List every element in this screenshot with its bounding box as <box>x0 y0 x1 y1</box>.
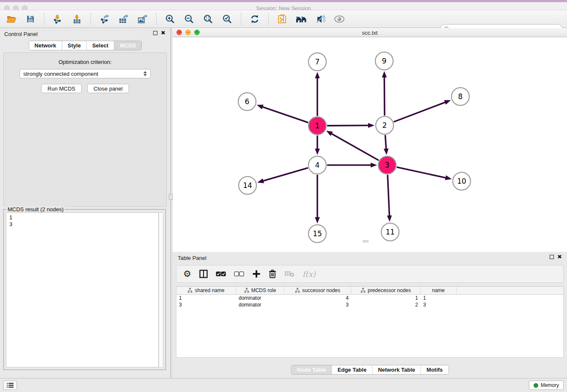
fit-content-button[interactable] <box>202 13 215 25</box>
graph-edge-1-6[interactable] <box>261 107 308 123</box>
tab-mcds[interactable]: MCDS <box>114 41 141 50</box>
cell-mcds-role[interactable]: dominator <box>236 301 284 308</box>
split-pane-icon[interactable] <box>199 270 208 278</box>
clone-network-icon <box>278 14 287 24</box>
cell-mcds-role[interactable]: dominator <box>236 295 284 301</box>
graph-node-label: 6 <box>245 97 250 106</box>
graph-edge-arrow <box>326 131 333 136</box>
result-scrollbar[interactable] <box>159 213 163 367</box>
clone-network-button[interactable] <box>276 13 289 25</box>
result-line[interactable]: 3 <box>9 221 155 228</box>
import-network-icon <box>53 14 63 24</box>
graph-edge-arrow <box>257 105 264 109</box>
select-stepper-icon <box>143 71 147 76</box>
export-table-button[interactable] <box>117 13 130 25</box>
column-header-name[interactable]: name <box>421 287 457 294</box>
zoom-out-button[interactable] <box>183 13 195 25</box>
close-panel-button[interactable]: Close panel <box>87 84 129 93</box>
cell-shared-name[interactable]: 1 <box>176 295 236 301</box>
hide-graphics-details-button[interactable] <box>314 13 327 25</box>
graph-node-label: 15 <box>313 229 322 238</box>
export-image-icon <box>138 14 148 24</box>
network-graph-canvas[interactable]: 7968124314101511 <box>173 37 567 252</box>
network-view-window: × − + scc.txt 7968124314101511 <box>173 28 567 252</box>
save-session-button[interactable] <box>24 13 37 25</box>
memory-label: Memory <box>541 382 559 388</box>
cell-name[interactable]: 3 <box>421 301 457 308</box>
table-panel-title: Table Panel <box>178 255 206 261</box>
tab-network-table[interactable]: Network Table <box>372 365 421 374</box>
graph-edge-arrow <box>368 123 374 128</box>
graph-edge-arrow <box>384 149 389 155</box>
node-table: shared name MCDS role successor nodes <box>176 286 564 358</box>
unselect-all-columns-icon[interactable] <box>234 271 244 277</box>
graph-node-label: 11 <box>385 228 395 236</box>
column-header-mcds-role[interactable]: MCDS role <box>236 287 284 294</box>
control-panel-title: Control Panel <box>4 31 38 37</box>
run-mcds-button[interactable]: Run MCDS <box>41 84 82 93</box>
hide-graphics-details-icon <box>315 14 325 24</box>
mcds-result-box: MCDS result (2 nodes) 1 3 <box>3 209 166 370</box>
toolbar-separator <box>91 13 91 25</box>
mcds-result-list[interactable]: 1 3 <box>6 213 159 367</box>
graph-edge-arrow <box>445 175 452 180</box>
table-row[interactable]: 1 dominator 4 1 1 <box>176 295 563 301</box>
zoom-in-button[interactable] <box>164 13 176 25</box>
cell-successor-nodes[interactable]: 4 <box>284 295 351 301</box>
column-header-successor-nodes[interactable]: successor nodes <box>284 287 351 294</box>
cell-predecessor-nodes[interactable]: 1 <box>351 295 421 301</box>
graph-node-label: 4 <box>315 161 320 169</box>
cell-name[interactable]: 1 <box>421 295 457 301</box>
graph-edge-2-8[interactable] <box>394 102 446 122</box>
tab-motifs[interactable]: Motifs <box>421 365 448 374</box>
column-header-shared-name[interactable]: shared name <box>176 287 236 294</box>
criterion-value: strongly connected component <box>23 71 141 77</box>
float-panel-icon[interactable] <box>153 31 157 35</box>
close-panel-icon[interactable]: ✖ <box>161 30 165 36</box>
table-panel: Table Panel ✖ ⚙ <box>173 252 567 378</box>
tab-select[interactable]: Select <box>87 41 114 50</box>
import-table-button[interactable] <box>71 13 83 25</box>
select-all-columns-icon[interactable] <box>216 271 226 277</box>
export-network-button[interactable] <box>98 13 111 25</box>
cell-predecessor-nodes[interactable]: 2 <box>351 301 421 308</box>
tab-network[interactable]: Network <box>29 41 62 50</box>
column-type-icon <box>295 288 300 293</box>
add-icon[interactable] <box>252 270 261 278</box>
graph-edge-2-9[interactable] <box>384 76 385 116</box>
float-panel-icon[interactable] <box>550 255 554 259</box>
graph-edge-2-3[interactable] <box>385 135 386 150</box>
close-panel-icon[interactable]: ✖ <box>557 254 562 259</box>
network-hierarchy-button[interactable] <box>295 13 308 25</box>
column-header-predecessor-nodes[interactable]: predecessor nodes <box>351 287 421 294</box>
graph-edge-4-14[interactable] <box>262 168 308 181</box>
panel-splitter-handle[interactable] <box>169 194 173 200</box>
graph-edge-arrow <box>257 179 264 183</box>
graph-edge-3-10[interactable] <box>396 167 446 178</box>
apply-layout-button[interactable] <box>248 13 261 25</box>
graph-edge-1-2[interactable] <box>327 125 369 126</box>
export-image-button[interactable] <box>136 13 149 25</box>
task-history-button[interactable] <box>3 381 17 390</box>
criterion-select[interactable]: strongly connected component <box>19 69 151 78</box>
save-session-icon <box>26 15 35 23</box>
network-window-titlebar[interactable]: × − + scc.txt <box>173 28 567 37</box>
open-session-button[interactable] <box>5 13 18 25</box>
cell-successor-nodes[interactable]: 3 <box>284 301 351 308</box>
delete-icon[interactable] <box>269 270 276 279</box>
graph-edge-3-11[interactable] <box>388 175 389 217</box>
canvas-splitter-handle[interactable] <box>363 240 369 243</box>
cell-shared-name[interactable]: 3 <box>176 301 236 308</box>
tab-edge-table[interactable]: Edge Table <box>332 365 372 374</box>
graph-edge-3-1[interactable] <box>330 133 379 160</box>
memory-button[interactable]: Memory <box>529 381 564 390</box>
tab-style[interactable]: Style <box>62 41 87 50</box>
gear-icon[interactable]: ⚙ <box>183 270 191 278</box>
table-row[interactable]: 3 dominator 3 2 3 <box>176 301 563 308</box>
graph-node-label: 8 <box>458 92 463 101</box>
zoom-selected-button[interactable] <box>221 13 234 25</box>
result-line[interactable]: 1 <box>9 214 155 221</box>
import-network-button[interactable] <box>52 13 64 25</box>
tab-node-table[interactable]: Node Table <box>292 365 332 374</box>
function-builder-icon: f(x) <box>303 270 316 279</box>
